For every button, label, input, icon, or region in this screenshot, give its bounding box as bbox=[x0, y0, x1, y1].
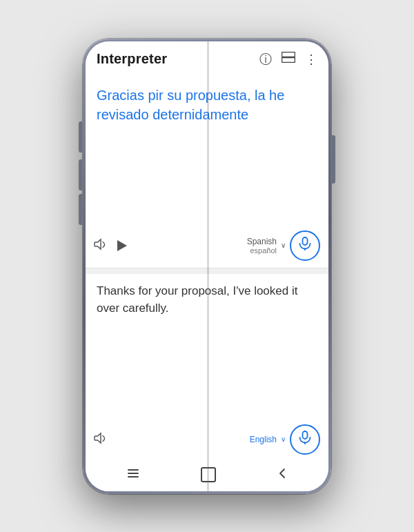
top-sound-icon[interactable] bbox=[94, 238, 108, 253]
spanish-translated-text: Gracias pir su propuesta, la he revisado… bbox=[97, 86, 317, 124]
app-header: Interpreter ⓘ ⋮ bbox=[86, 41, 328, 75]
svg-rect-4 bbox=[303, 431, 308, 439]
phone-screen: Interpreter ⓘ ⋮ Gracias pir su propuesta… bbox=[86, 41, 328, 491]
top-mic-button[interactable] bbox=[290, 230, 320, 261]
svg-rect-2 bbox=[303, 237, 308, 245]
top-play-button[interactable] bbox=[115, 238, 130, 253]
bottom-panel: Thanks for your proposal, I've looked it… bbox=[86, 274, 328, 462]
top-lang-native: español bbox=[247, 246, 277, 255]
app-container: Interpreter ⓘ ⋮ Gracias pir su propuesta… bbox=[86, 41, 328, 491]
top-panel: Gracias pir su propuesta, la he revisado… bbox=[86, 75, 328, 268]
home-icon[interactable] bbox=[201, 467, 216, 482]
info-icon[interactable]: ⓘ bbox=[259, 51, 272, 68]
app-title: Interpreter bbox=[97, 51, 167, 67]
phone-frame: Interpreter ⓘ ⋮ Gracias pir su propuesta… bbox=[83, 39, 331, 494]
top-right-controls: Spanish español ∨ bbox=[247, 230, 320, 261]
top-lang-name: Spanish bbox=[247, 237, 277, 246]
layout-icon[interactable] bbox=[282, 52, 295, 66]
top-mic-icon bbox=[299, 237, 311, 254]
top-language-selector[interactable]: Spanish español bbox=[247, 237, 277, 255]
panel-divider bbox=[86, 268, 328, 274]
bottom-mic-icon bbox=[299, 431, 311, 448]
bottom-language-selector[interactable]: English bbox=[250, 435, 277, 444]
bottom-left-controls bbox=[94, 432, 108, 447]
english-original-text: Thanks for your proposal, I've looked it… bbox=[86, 274, 328, 420]
recents-icon[interactable] bbox=[127, 467, 139, 483]
bottom-sound-icon[interactable] bbox=[94, 432, 108, 447]
svg-rect-1 bbox=[282, 58, 295, 63]
bottom-panel-controls: English ∨ bbox=[86, 420, 328, 462]
bottom-lang-name: English bbox=[250, 435, 277, 444]
header-icons: ⓘ ⋮ bbox=[259, 51, 317, 68]
bottom-lang-chevron[interactable]: ∨ bbox=[281, 435, 286, 443]
navigation-bar bbox=[86, 462, 328, 491]
top-left-controls bbox=[94, 238, 130, 253]
bottom-right-controls: English ∨ bbox=[250, 424, 320, 455]
spanish-text-area: Gracias pir su propuesta, la he revisado… bbox=[86, 80, 328, 226]
svg-rect-0 bbox=[282, 52, 295, 57]
back-icon[interactable] bbox=[277, 467, 287, 483]
top-lang-chevron[interactable]: ∨ bbox=[281, 242, 286, 249]
more-icon[interactable]: ⋮ bbox=[305, 52, 317, 67]
play-triangle bbox=[117, 240, 127, 251]
bottom-mic-button[interactable] bbox=[290, 424, 320, 455]
top-panel-controls: Spanish español ∨ bbox=[86, 226, 328, 268]
